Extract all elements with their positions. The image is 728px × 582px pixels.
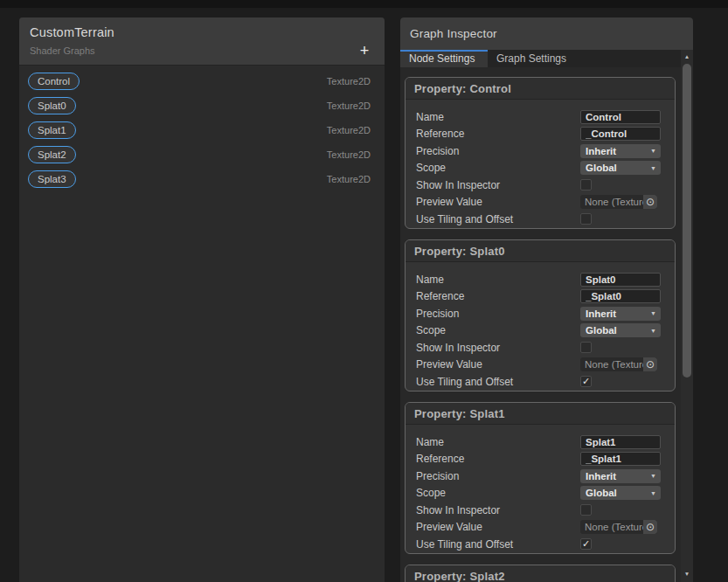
tab-node-settings[interactable]: Node Settings [400, 50, 488, 67]
field-label: Precision [416, 308, 580, 320]
check-icon: ✓ [582, 377, 590, 386]
object-field-value: None (Texture2D) [580, 359, 643, 370]
show-in-inspector-checkbox[interactable]: ✓ [580, 342, 592, 353]
precision-dropdown[interactable]: Inherit▼ [580, 144, 661, 158]
section-header[interactable]: Property: Splat2 [406, 565, 675, 582]
section-body: Name Reference Precision Inherit▼ Scope … [406, 425, 675, 553]
field-label: Scope [416, 487, 580, 499]
inspector-scrollbar[interactable]: ▲ ▼ [681, 50, 693, 582]
property-type-label: Texture2D [327, 76, 371, 87]
field-row: Show In Inspector ✓ [416, 177, 664, 194]
preview-value-object-field[interactable]: None (Texture2D)⊙ [580, 195, 657, 209]
field-row: Use Tiling and Offset ✓ [416, 373, 664, 391]
show-in-inspector-checkbox[interactable]: ✓ [580, 504, 592, 516]
list-item: Control Texture2D [28, 73, 371, 90]
graph-inspector-header: Graph Inspector [400, 17, 693, 50]
precision-dropdown[interactable]: Inherit▼ [580, 469, 661, 483]
object-picker-icon[interactable]: ⊙ [643, 195, 657, 209]
scope-dropdown[interactable]: Global▼ [580, 161, 661, 175]
scroll-up-arrow-icon[interactable]: ▲ [681, 51, 693, 62]
property-type-label: Texture2D [327, 125, 371, 135]
field-row: Preview Value None (Texture2D)⊙ [416, 194, 664, 211]
field-row: Precision Inherit▼ [416, 468, 664, 485]
object-picker-icon[interactable]: ⊙ [643, 357, 657, 371]
tab-graph-settings[interactable]: Graph Settings [488, 50, 575, 67]
section-title: Property: Splat0 [414, 245, 505, 258]
field-label: Preview Value [416, 358, 580, 371]
use-tiling-checkbox[interactable]: ✓ [580, 213, 592, 225]
field-row: Name [416, 433, 664, 451]
check-icon: ✓ [582, 539, 590, 549]
blackboard-panel: CustomTerrain Shader Graphs + Control Te… [19, 17, 385, 582]
object-field-value: None (Texture2D) [580, 197, 643, 207]
use-tiling-checkbox[interactable]: ✓ [580, 376, 592, 387]
blackboard-title: CustomTerrain [30, 25, 374, 39]
field-label: Preview Value [416, 521, 580, 533]
field-row: Scope Global▼ [416, 485, 664, 502]
name-input[interactable] [580, 110, 661, 124]
property-pill-splat3[interactable]: Splat3 [28, 170, 76, 188]
section-title: Property: Splat1 [414, 407, 505, 420]
field-label: Name [416, 111, 580, 123]
scope-dropdown[interactable]: Global▼ [580, 486, 661, 500]
field-label: Use Tiling and Offset [416, 213, 580, 225]
field-label: Preview Value [416, 196, 580, 208]
field-row: Preview Value None (Texture2D)⊙ [416, 519, 664, 537]
reference-input[interactable] [580, 289, 661, 303]
object-field-value: None (Texture2D) [580, 522, 643, 532]
list-item: Splat0 Texture2D [28, 97, 371, 114]
name-input[interactable] [580, 273, 661, 287]
chevron-down-icon: ▼ [650, 148, 656, 154]
field-row: Scope Global▼ [416, 160, 664, 177]
preview-value-object-field[interactable]: None (Texture2D)⊙ [580, 520, 657, 534]
section-header[interactable]: Property: Splat0 [406, 240, 675, 262]
field-label: Use Tiling and Offset [416, 538, 580, 551]
section-header[interactable]: Property: Control [406, 78, 675, 100]
section-header[interactable]: Property: Splat1 [406, 403, 675, 425]
scroll-down-arrow-icon[interactable]: ▼ [681, 568, 693, 579]
reference-input[interactable] [580, 452, 661, 466]
field-label: Show In Inspector [416, 179, 580, 191]
field-label: Precision [416, 145, 580, 157]
field-label: Precision [416, 470, 580, 482]
tab-label: Node Settings [409, 52, 475, 65]
chevron-down-icon: ▼ [650, 328, 656, 334]
property-section-splat2: Property: Splat2 [405, 565, 676, 582]
scope-dropdown[interactable]: Global▼ [580, 323, 661, 337]
inspector-content: Property: Control Name Reference Precisi… [400, 67, 681, 582]
pill-label: Splat2 [38, 149, 66, 160]
dropdown-value: Global [586, 488, 617, 498]
list-item: Splat3 Texture2D [28, 170, 371, 188]
dropdown-value: Inherit [586, 146, 616, 156]
show-in-inspector-checkbox[interactable]: ✓ [580, 179, 592, 191]
field-label: Name [416, 274, 580, 286]
field-label: Scope [416, 324, 580, 336]
pill-label: Splat0 [38, 100, 66, 111]
field-row: Show In Inspector ✓ [416, 502, 664, 519]
use-tiling-checkbox[interactable]: ✓ [580, 538, 592, 550]
field-label: Reference [416, 453, 580, 465]
graph-inspector-panel: Graph Inspector Node Settings Graph Sett… [400, 17, 693, 582]
top-strip [0, 0, 728, 8]
section-title: Property: Splat2 [414, 570, 505, 582]
property-pill-splat1[interactable]: Splat1 [28, 121, 76, 139]
field-row: Precision Inherit▼ [416, 142, 664, 160]
object-picker-icon[interactable]: ⊙ [643, 520, 657, 534]
field-label: Show In Inspector [416, 342, 580, 354]
scrollbar-thumb[interactable] [683, 64, 691, 378]
pill-label: Splat1 [38, 125, 66, 135]
precision-dropdown[interactable]: Inherit▼ [580, 307, 661, 321]
field-label: Use Tiling and Offset [416, 376, 580, 388]
field-row: Reference [416, 126, 664, 143]
dropdown-value: Global [586, 163, 617, 173]
blackboard-subtitle: Shader Graphs [30, 45, 374, 56]
reference-input[interactable] [580, 127, 661, 141]
property-pill-splat0[interactable]: Splat0 [28, 97, 76, 114]
add-property-button[interactable]: + [355, 41, 374, 60]
name-input[interactable] [580, 435, 661, 449]
preview-value-object-field[interactable]: None (Texture2D)⊙ [580, 357, 657, 371]
field-label: Reference [416, 128, 580, 140]
property-pill-control[interactable]: Control [28, 73, 80, 90]
property-pill-splat2[interactable]: Splat2 [28, 146, 76, 163]
section-body: Name Reference Precision Inherit▼ Scope … [406, 262, 675, 391]
